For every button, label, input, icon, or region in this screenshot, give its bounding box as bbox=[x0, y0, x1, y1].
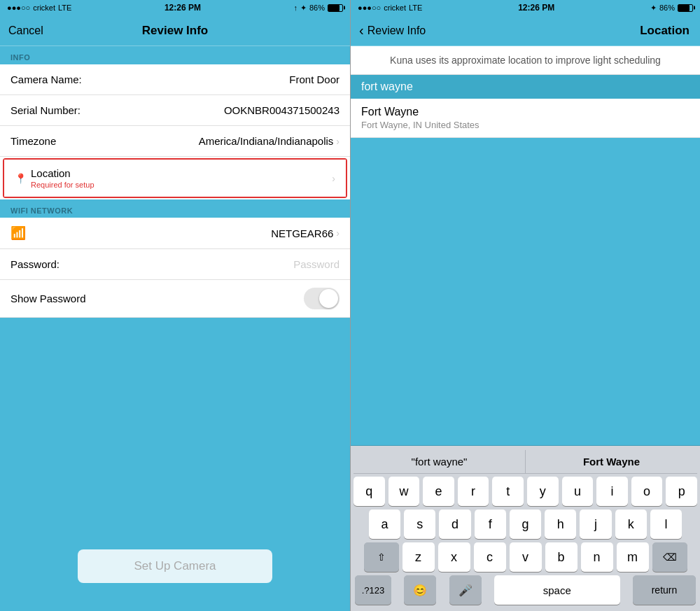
key-x[interactable]: x bbox=[438, 542, 470, 572]
space-key[interactable]: space bbox=[494, 575, 620, 605]
wifi-name-value: NETGEAR66 bbox=[271, 227, 333, 239]
timezone-chevron-icon: › bbox=[336, 136, 340, 147]
emoji-key[interactable]: 😊 bbox=[404, 575, 436, 605]
content-spacer bbox=[351, 138, 700, 445]
signal-dots-right: ●●●○○ bbox=[358, 3, 381, 12]
password-value: Password bbox=[293, 258, 340, 270]
timezone-value: America/Indiana/Indianapolis bbox=[199, 135, 334, 147]
key-f[interactable]: f bbox=[475, 510, 506, 539]
key-r[interactable]: r bbox=[458, 477, 489, 506]
setup-camera-button[interactable]: Set Up Camera bbox=[78, 549, 272, 583]
key-o[interactable]: o bbox=[631, 477, 663, 506]
timezone-label: Timezone bbox=[10, 135, 56, 147]
key-u[interactable]: u bbox=[562, 477, 594, 506]
toggle-knob bbox=[319, 289, 338, 308]
result-sub-text: Fort Wayne, IN United States bbox=[361, 120, 690, 130]
signal-dots: ●●●○○ bbox=[7, 3, 30, 12]
wifi-network-row[interactable]: 📶 NETGEAR66 › bbox=[0, 218, 350, 249]
key-c[interactable]: c bbox=[474, 542, 506, 572]
password-label: Password: bbox=[10, 258, 59, 270]
camera-name-label: Camera Name: bbox=[10, 73, 82, 85]
key-i[interactable]: i bbox=[596, 477, 628, 506]
location-row-highlighted[interactable]: 📍 Location Required for setup › bbox=[3, 158, 347, 198]
show-password-label: Show Password bbox=[10, 293, 86, 304]
wifi-value-container: NETGEAR66 › bbox=[271, 227, 340, 239]
key-q[interactable]: q bbox=[354, 477, 385, 506]
mic-key[interactable]: 🎤 bbox=[449, 575, 482, 605]
carrier-right: cricket bbox=[384, 3, 406, 12]
location-pin-icon: 📍 bbox=[15, 173, 27, 184]
key-a[interactable]: a bbox=[369, 510, 400, 539]
timezone-row[interactable]: Timezone America/Indiana/Indianapolis › bbox=[0, 126, 350, 157]
cancel-button[interactable]: Cancel bbox=[8, 24, 43, 37]
time-left: 12:26 PM bbox=[164, 3, 201, 13]
return-key[interactable]: return bbox=[633, 575, 696, 605]
location-row[interactable]: 📍 Location Required for setup › bbox=[4, 160, 346, 197]
wifi-table: 📶 NETGEAR66 › Password: Password Show Pa… bbox=[0, 218, 350, 318]
right-screen: ●●●○○ cricket LTE 12:26 PM ✦ 86% ‹ Revie… bbox=[350, 0, 700, 611]
keyboard: "fort wayne" Fort Wayne q w e r t y u i … bbox=[351, 446, 700, 611]
keyboard-row-3: ⇧ z x c v b n m ⌫ bbox=[354, 542, 697, 572]
location-chevron-icon: › bbox=[332, 173, 335, 184]
key-w[interactable]: w bbox=[388, 477, 420, 506]
key-g[interactable]: g bbox=[510, 510, 541, 539]
key-n[interactable]: n bbox=[581, 542, 613, 572]
suggestion-fort-wayne[interactable]: Fort Wayne bbox=[526, 450, 697, 473]
key-p[interactable]: p bbox=[666, 477, 697, 506]
key-k[interactable]: k bbox=[615, 510, 647, 539]
search-text-value: fort wayne bbox=[361, 80, 413, 92]
battery-pct-right: 86% bbox=[659, 3, 675, 12]
suggestion-fort-wayne-quoted[interactable]: "fort wayne" bbox=[354, 450, 526, 473]
show-password-toggle[interactable] bbox=[304, 288, 340, 309]
key-h[interactable]: h bbox=[545, 510, 576, 539]
shift-key[interactable]: ⇧ bbox=[364, 542, 399, 572]
key-z[interactable]: z bbox=[402, 542, 435, 572]
location-left: 📍 Location Required for setup bbox=[15, 167, 329, 189]
back-chevron-icon: ‹ bbox=[359, 22, 364, 38]
info-table: Camera Name: Front Door Serial Number: O… bbox=[0, 64, 350, 199]
nav-title-right: Location bbox=[640, 24, 690, 38]
password-row[interactable]: Password: Password bbox=[0, 249, 350, 280]
result-item-fort-wayne[interactable]: Fort Wayne Fort Wayne, IN United States bbox=[351, 99, 700, 138]
nav-bar-right: ‹ Review Info Location bbox=[351, 15, 700, 46]
left-screen: ●●●○○ cricket LTE 12:26 PM ↑ ✦ 86% Cance… bbox=[0, 0, 350, 611]
keyboard-suggestions: "fort wayne" Fort Wayne bbox=[354, 450, 697, 474]
network-right: LTE bbox=[409, 3, 422, 12]
key-m[interactable]: m bbox=[617, 542, 649, 572]
key-l[interactable]: l bbox=[650, 510, 682, 539]
numbers-key[interactable]: .?123 bbox=[355, 575, 391, 605]
status-bar-left: ●●●○○ cricket LTE 12:26 PM ↑ ✦ 86% bbox=[0, 0, 350, 15]
key-s[interactable]: s bbox=[404, 510, 435, 539]
status-left: ●●●○○ cricket LTE bbox=[7, 3, 71, 12]
status-right-right: ✦ 86% bbox=[650, 3, 693, 13]
key-j[interactable]: j bbox=[580, 510, 611, 539]
status-right-left: ↑ ✦ 86% bbox=[293, 3, 343, 13]
key-e[interactable]: e bbox=[423, 477, 454, 506]
keyboard-row-2: a s d f g h j k l bbox=[354, 510, 697, 539]
battery-icon-left bbox=[328, 4, 343, 12]
keyboard-bottom-row: .?123 😊 🎤 space return bbox=[354, 575, 697, 605]
key-v[interactable]: v bbox=[510, 542, 542, 572]
key-d[interactable]: d bbox=[439, 510, 470, 539]
delete-key[interactable]: ⌫ bbox=[652, 542, 687, 572]
key-b[interactable]: b bbox=[545, 542, 578, 572]
serial-number-label: Serial Number: bbox=[10, 104, 80, 116]
key-t[interactable]: t bbox=[492, 477, 524, 506]
results-list: Fort Wayne Fort Wayne, IN United States bbox=[351, 99, 700, 138]
info-section-header: INFO bbox=[0, 46, 350, 64]
location-subtitle: Required for setup bbox=[31, 181, 94, 189]
camera-name-row: Camera Name: Front Door bbox=[0, 64, 350, 95]
bluetooth-icon: ✦ bbox=[300, 3, 307, 13]
timezone-value-container: America/Indiana/Indianapolis › bbox=[199, 135, 340, 147]
key-y[interactable]: y bbox=[527, 477, 559, 506]
location-info-text: Kuna uses its approximate location to im… bbox=[390, 55, 661, 66]
camera-name-value: Front Door bbox=[289, 73, 340, 85]
bluetooth-icon-right: ✦ bbox=[650, 3, 657, 13]
location-label: Location bbox=[31, 167, 94, 179]
serial-number-row: Serial Number: OOKNBR004371500243 bbox=[0, 95, 350, 126]
carrier-left: cricket bbox=[33, 3, 55, 12]
back-button[interactable]: ‹ Review Info bbox=[359, 22, 426, 38]
nav-bar-left: Cancel Review Info bbox=[0, 15, 350, 46]
time-right: 12:26 PM bbox=[518, 3, 554, 13]
wifi-section-header: WIFI NETWORK bbox=[0, 199, 350, 218]
